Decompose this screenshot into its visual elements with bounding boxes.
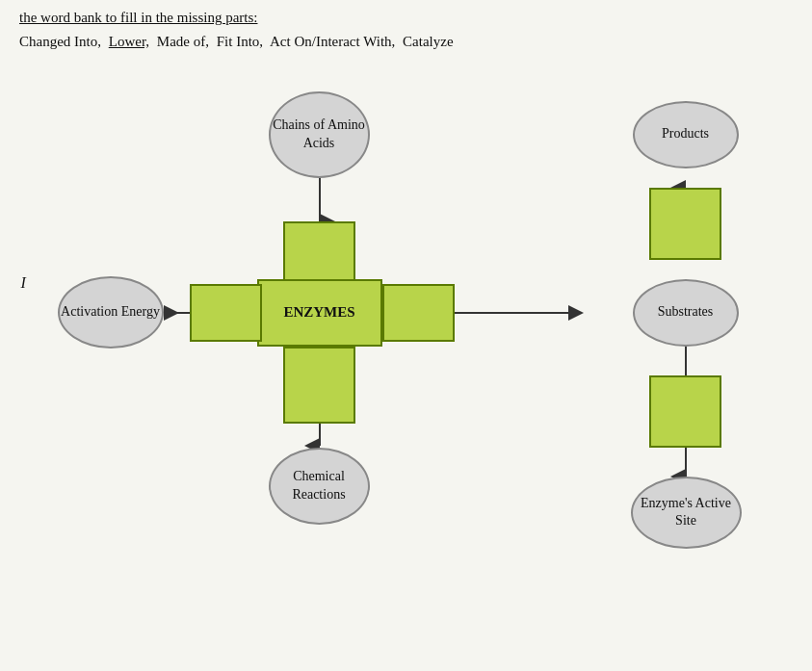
right-top-connector [649,188,721,260]
activation-energy-node: Activation Energy [58,276,164,348]
right-connector [382,284,455,342]
word-bank: Changed Into, Lower, Made of, Fit Into, … [19,31,793,53]
diagram-area: I Chains of Amino Acids ENZYMES Activati… [21,72,792,554]
label-i: I [21,274,26,292]
center-bottom-connector [283,347,355,424]
enzymes-node: ENZYMES [257,279,382,347]
left-connector [190,284,262,342]
substrates-node: Substrates [633,279,739,347]
right-bottom-connector [649,375,721,448]
chains-of-amino-acids-node: Chains of Amino Acids [269,91,370,178]
top-instruction: the word bank to fill in the missing par… [19,10,257,25]
chemical-reactions-node: Chemical Reactions [269,448,370,525]
products-node: Products [633,101,739,168]
enzymes-active-site-node: Enzyme's Active Site [631,477,742,549]
